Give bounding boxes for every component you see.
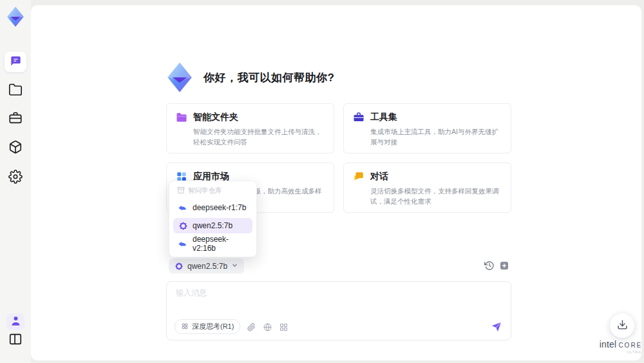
model-selector-label: qwen2.5:7b xyxy=(187,262,227,271)
model-option-label: qwen2.5:7b xyxy=(193,221,232,230)
card-smart-folder[interactable]: 智能文件夹 智能文件夹功能支持批量文件上传与清洗，轻松实现文件问答 xyxy=(166,103,334,153)
sidebar xyxy=(0,0,31,363)
deep-think-toggle[interactable]: 深度思考(R1) xyxy=(175,319,240,334)
model-option-deepseek-r1[interactable]: deepseek-r1:7b xyxy=(173,200,252,215)
qwen-icon xyxy=(178,221,188,231)
attach-button[interactable] xyxy=(247,322,256,331)
dialog-icon xyxy=(353,171,365,182)
package-icon xyxy=(8,140,23,157)
intel-core-badge: intel CORE ULTRA xyxy=(596,339,644,354)
intel-wordmark: intel xyxy=(600,339,617,349)
model-option-deepseek-v2[interactable]: deepseek-v2:16b xyxy=(173,236,252,251)
download-button[interactable] xyxy=(610,313,634,338)
model-option-qwen[interactable]: qwen2.5:7b xyxy=(173,218,252,233)
message-input[interactable] xyxy=(176,288,498,313)
model-dropdown-header-label: 智问学仓库 xyxy=(188,186,222,195)
sidebar-item-models[interactable] xyxy=(8,141,23,155)
history-button[interactable] xyxy=(484,260,495,271)
download-icon xyxy=(617,319,628,333)
sidebar-item-settings[interactable] xyxy=(8,171,23,185)
chevron-down-icon xyxy=(231,262,238,271)
model-dropdown-header: 智问学仓库 xyxy=(173,186,252,200)
templates-button[interactable] xyxy=(279,322,289,331)
send-button[interactable] xyxy=(491,321,502,333)
new-chat-button[interactable] xyxy=(499,260,509,271)
chat-icon xyxy=(10,55,22,70)
core-wordmark: CORE xyxy=(618,342,642,349)
greeting-logo-icon xyxy=(164,61,196,93)
card-description: 集成市场上主流工具，助力AI与外界无缝扩展与对接 xyxy=(370,126,502,148)
sidebar-item-folders[interactable] xyxy=(8,84,23,98)
history-icon xyxy=(484,262,495,273)
deep-think-label: 深度思考(R1) xyxy=(192,322,234,331)
card-title: 对话 xyxy=(370,171,388,182)
qwen-icon xyxy=(175,262,184,271)
gear-icon xyxy=(8,170,23,186)
model-selector-button[interactable]: qwen2.5:7b xyxy=(169,259,244,273)
greeting-text: 你好，我可以如何帮助你? xyxy=(204,70,334,85)
deepseek-icon xyxy=(178,203,188,213)
new-chat-icon xyxy=(499,262,509,273)
archive-icon xyxy=(177,186,185,195)
user-icon xyxy=(10,315,22,329)
card-title: 工具集 xyxy=(370,112,397,123)
card-description: 灵活切换多模型文件，支持多样回复效果调试，满足个性化需求 xyxy=(370,186,502,207)
web-search-button[interactable] xyxy=(263,322,272,331)
model-option-label: deepseek-v2:16b xyxy=(193,235,247,253)
app-logo-icon xyxy=(5,5,26,28)
sidebar-item-toolbox[interactable] xyxy=(8,112,23,126)
folder-icon xyxy=(176,112,187,123)
model-dropdown: 智问学仓库 deepseek-r1:7b qwen2.5:7b deepseek… xyxy=(169,181,257,257)
sidebar-item-chat[interactable] xyxy=(5,52,26,72)
sidebar-item-account[interactable] xyxy=(6,313,24,330)
composer: 深度思考(R1) xyxy=(166,281,511,340)
model-option-label: deepseek-r1:7b xyxy=(193,203,246,212)
toolbox-icon xyxy=(353,112,365,123)
ultra-label: ULTRA xyxy=(596,350,644,354)
deepseek-icon xyxy=(178,239,188,249)
toolbox-icon xyxy=(8,111,23,128)
folder-icon xyxy=(8,83,23,99)
panels-icon xyxy=(8,332,23,349)
card-dialog[interactable]: 对话 灵活切换多模型文件，支持多样回复效果调试，满足个性化需求 xyxy=(343,162,511,213)
card-title: 智能文件夹 xyxy=(193,112,238,123)
composer-toolbar: 深度思考(R1) xyxy=(175,319,502,334)
card-description: 智能文件夹功能支持批量文件上传与清洗，轻松实现文件问答 xyxy=(193,126,325,148)
card-toolset[interactable]: 工具集 集成市场上主流工具，助力AI与外界无缝扩展与对接 xyxy=(343,103,511,153)
atom-icon xyxy=(181,322,189,331)
sidebar-item-panels[interactable] xyxy=(8,333,23,348)
